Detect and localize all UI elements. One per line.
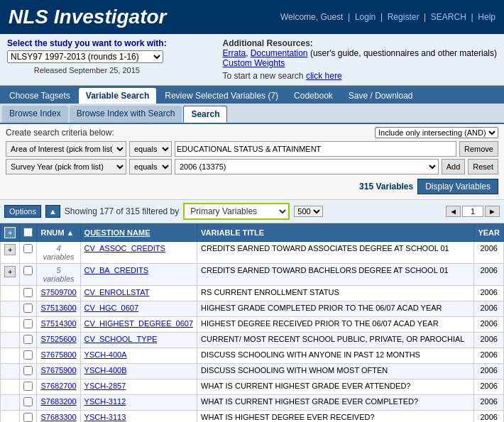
tab-choose-tagsets[interactable]: Choose Tagsets xyxy=(2,88,77,104)
tab-variable-search[interactable]: Variable Search xyxy=(79,88,156,104)
qname-link[interactable]: CV_SCHOOL_TYPE xyxy=(84,335,158,343)
search-link[interactable]: SEARCH xyxy=(431,12,466,22)
row-qname-cell: CV_ENROLLSTAT xyxy=(80,286,197,301)
row-title-cell: DISCUSS SCHOOLING WITH ANYONE IN PAST 12… xyxy=(197,348,474,364)
year-value-select[interactable]: 2006 (13375) xyxy=(175,159,439,174)
subtab-browse-index[interactable]: Browse Index xyxy=(2,106,68,123)
row-plus-cell xyxy=(1,317,20,333)
page-number-input[interactable] xyxy=(462,206,483,217)
options-arrow-button[interactable]: ▲ xyxy=(45,205,60,218)
qname-link[interactable]: CV_BA_CREDITS xyxy=(84,266,148,274)
study-dropdown[interactable]: NLSY97 1997-2013 (rounds 1-16) xyxy=(7,50,163,63)
and-or-select[interactable]: Include only intersecting (AND) xyxy=(375,127,498,138)
year-header-label: YEAR xyxy=(478,228,500,237)
remove-button[interactable]: Remove xyxy=(459,141,498,157)
row-rnum-cell: S7683300 xyxy=(37,411,80,423)
table-row: S7525600 CV_SCHOOL_TYPE CURRENT/ MOST RE… xyxy=(1,333,504,348)
row-title-cell: DISCUSS SCHOOLING WITH WHOM MOST OFTEN xyxy=(197,364,474,379)
expand-group-button[interactable]: + xyxy=(4,266,16,277)
row-checkbox[interactable] xyxy=(23,319,33,328)
row-plus-cell xyxy=(1,333,20,348)
qname-sort-link[interactable]: QUESTION NAME xyxy=(84,228,150,237)
prev-page-button[interactable]: ◄ xyxy=(446,206,461,217)
qname-link[interactable]: YSCH-400B xyxy=(84,366,127,374)
rnum-link[interactable]: S7682700 xyxy=(40,382,76,390)
rnum-sort-link[interactable]: RNUM ▲ xyxy=(40,228,76,237)
next-page-button[interactable]: ► xyxy=(485,206,500,217)
qname-link[interactable]: CV_ENROLLSTAT xyxy=(84,288,150,296)
errata-link[interactable]: Errata xyxy=(222,48,246,58)
criteria-row-2: Survey Year (pick from list) equals 2006… xyxy=(6,159,498,174)
row-plus-cell xyxy=(1,411,20,423)
per-page-select[interactable]: 500 100 250 xyxy=(294,206,323,217)
rnum-link[interactable]: S7525600 xyxy=(40,335,76,343)
row-rnum-cell: S7525600 xyxy=(37,333,80,348)
row-qname-cell: YSCH-400A xyxy=(80,348,197,364)
rnum-link[interactable]: S7675800 xyxy=(40,350,76,359)
row-checkbox[interactable] xyxy=(23,335,33,344)
th-title: VARIABLE TITLE xyxy=(197,224,474,242)
row-checkbox[interactable] xyxy=(23,413,33,422)
row-year-cell: 2006 xyxy=(474,301,504,317)
add-button[interactable]: Add xyxy=(442,159,466,174)
rnum-link[interactable]: S7514300 xyxy=(40,319,76,328)
rnum-link[interactable]: S7683300 xyxy=(40,413,76,421)
table-row: + 5 variables CV_BA_CREDITS CREDITS EARN… xyxy=(1,264,504,286)
subtab-search[interactable]: Search xyxy=(183,106,227,123)
rnum-link[interactable]: S7675900 xyxy=(40,366,76,374)
row-checkbox[interactable] xyxy=(23,266,33,275)
row-checkbox[interactable] xyxy=(23,244,33,253)
area-of-interest-select[interactable]: Area of Interest (pick from list) xyxy=(6,141,126,157)
row-checkbox[interactable] xyxy=(23,382,33,391)
new-search-link[interactable]: click here xyxy=(306,71,342,81)
qname-link[interactable]: YSCH-3113 xyxy=(84,413,126,421)
tab-save-download[interactable]: Save / Download xyxy=(341,88,420,104)
login-link[interactable]: Login xyxy=(355,12,376,22)
documentation-link[interactable]: Documentation xyxy=(251,48,308,58)
search-criteria-area: Create search criteria below: Include on… xyxy=(0,124,504,200)
add-all-button[interactable]: + xyxy=(4,227,16,238)
tab-codebook[interactable]: Codebook xyxy=(287,88,340,104)
rnum-link[interactable]: S7683200 xyxy=(40,397,76,406)
survey-year-select[interactable]: Survey Year (pick from list) xyxy=(6,159,126,174)
equals-select-2[interactable]: equals xyxy=(129,159,172,174)
table-row: + 4 variables CV_ASSOC_CREDITS CREDITS E… xyxy=(1,242,504,264)
select-all-checkbox[interactable] xyxy=(23,228,33,237)
tab-review-selected[interactable]: Review Selected Variables (7) xyxy=(158,88,285,104)
row-check-cell xyxy=(20,411,37,423)
register-link[interactable]: Register xyxy=(388,12,420,22)
row-qname-cell: YSCH-3112 xyxy=(80,395,197,411)
reset-button[interactable]: Reset xyxy=(468,159,498,174)
title-header-label: VARIABLE TITLE xyxy=(201,228,264,237)
filter-dropdown[interactable]: Primary Variables All Variables xyxy=(183,203,290,220)
help-link[interactable]: Help xyxy=(478,12,495,22)
row-year-cell: 2006 xyxy=(474,411,504,423)
rnum-link[interactable]: S7509700 xyxy=(40,288,76,296)
qname-link[interactable]: CV_ASSOC_CREDITS xyxy=(84,244,165,252)
row-checkbox[interactable] xyxy=(23,304,33,313)
options-button[interactable]: Options xyxy=(4,205,41,218)
display-variables-button[interactable]: Display Variables xyxy=(417,179,498,194)
criteria-value-1[interactable] xyxy=(175,141,456,157)
table-row: S7513600 CV_HGC_0607 HIGHEST GRADE COMPL… xyxy=(1,301,504,317)
table-row: S7675900 YSCH-400B DISCUSS SCHOOLING WIT… xyxy=(1,364,504,379)
row-checkbox[interactable] xyxy=(23,366,33,375)
qname-link[interactable]: YSCH-3112 xyxy=(84,397,126,406)
row-checkbox[interactable] xyxy=(23,288,33,297)
th-rnum: RNUM ▲ xyxy=(37,224,80,242)
rnum-link[interactable]: S7513600 xyxy=(40,304,76,312)
row-checkbox[interactable] xyxy=(23,397,33,406)
row-check-cell xyxy=(20,317,37,333)
additional-resources-label: Additional Resources: xyxy=(222,38,497,48)
released-date: Released September 25, 2015 xyxy=(7,66,167,74)
subtab-browse-index-search[interactable]: Browse Index with Search xyxy=(70,106,182,123)
equals-select-1[interactable]: equals xyxy=(129,141,172,157)
custom-weights-link[interactable]: Custom Weights xyxy=(222,58,285,68)
table-row: S7675800 YSCH-400A DISCUSS SCHOOLING WIT… xyxy=(1,348,504,364)
qname-link[interactable]: YSCH-400A xyxy=(84,350,127,359)
row-checkbox[interactable] xyxy=(23,350,33,360)
expand-group-button[interactable]: + xyxy=(4,244,16,255)
qname-link[interactable]: CV_HGC_0607 xyxy=(84,304,138,312)
qname-link[interactable]: YSCH-2857 xyxy=(84,382,126,390)
qname-link[interactable]: CV_HIGHEST_DEGREE_0607 xyxy=(84,319,193,328)
